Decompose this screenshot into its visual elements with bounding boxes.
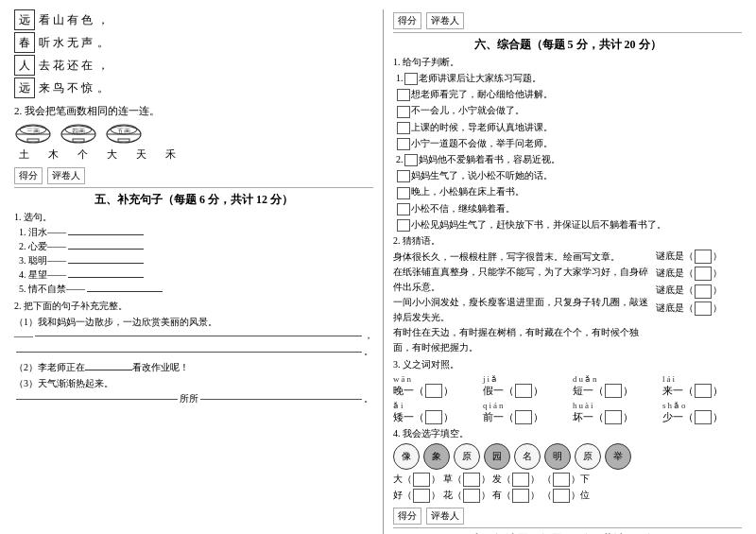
paren-1-5[interactable] [397,138,410,150]
pinyin-row-2: ǎi 矮一（） qián 前一（） huài 坏一（） shǎo [393,401,742,424]
chengyu-blank-2: 谜底是（） [656,267,742,281]
q2-blank3[interactable] [85,370,132,370]
blank-box-4[interactable] [695,301,712,316]
chengyu-text-2: 在纸张铺直真整身，只能学不能写，为了大家学习好，自身碎件出乐意。 [393,265,651,295]
blank-py-1-2[interactable] [515,384,532,398]
blank-py-2-2[interactable] [515,410,532,424]
q1-group1-item4: 上课的时候，导老师认真地讲课。 [393,120,742,134]
q2-blank1[interactable] [35,336,362,336]
q4-blank-2[interactable] [463,473,480,487]
py-1-3: duǎn [573,374,648,384]
paren-1-2[interactable] [397,89,410,101]
paren-2-5[interactable] [397,219,410,232]
blank-box-2[interactable] [695,267,712,281]
poem-punct-4: 。 [97,80,109,96]
q2-blank2[interactable] [16,352,362,353]
blank-py-2-1[interactable] [425,410,442,424]
q2-blank5[interactable] [200,399,362,400]
q4-blank-1[interactable] [413,473,430,487]
bubbles-row: 像 象 原 园 名 明 原 举 [393,443,742,470]
score-label-1: 得分 [14,167,43,184]
char-1-4: 来一（） [662,384,738,398]
char-1-3: 短一（） [573,384,648,398]
q1-group2-item4: 小松不信，继续躺着看。 [393,201,742,215]
q2-blank4[interactable] [16,399,178,400]
pinyin-item-2-3: huài 坏一（） [573,401,648,424]
q2-item1: （1）我和妈妈一边散步，一边欣赏美丽的风景。 —— ， 。 [14,316,373,358]
q1-group2-item3: 晚上，小松躺在床上看书。 [393,184,742,198]
poem-box-2: 春 [14,32,35,53]
poem-row-2: 春 听 水 无 声 。 [14,32,373,53]
fill-line-4[interactable] [68,277,144,278]
right-column: 得分 评卷人 六、综合题（每题 5 分，共计 20 分） 1. 给句子判断。 1… [383,9,742,534]
chengyu-blanks: 谜底是（） 谜底是（） 谜底是（） 谜底是（） [656,250,742,355]
pinyin-item-2-4: shǎo 少一（） [662,401,738,424]
content-area: 远 看 山 有 色 ， 春 听 水 无 声 。 人 去 花 还 在 ， 远 来 … [14,9,742,534]
chengyu-text-1: 身体很长久，一根根柱胖，写字很普末。绘画写文章。 [393,250,651,265]
poem-punct-3: ， [97,58,109,74]
py-1-2: jiǎ [483,374,558,384]
char-2-3: 坏一（） [573,410,648,424]
blank-box-3[interactable] [695,284,712,299]
blank-py-1-3[interactable] [605,384,622,398]
q4-blank-3[interactable] [512,473,529,487]
paren-2-3[interactable] [397,187,410,199]
q1-group2-item5: 小松见妈妈生气了，赶快放下书，并保证以后不躺着看书了。 [393,217,742,232]
poem-chars-4: 来 鸟 不 惊 [39,80,93,96]
fill-line-5[interactable] [87,291,163,292]
chengyu-blank-3: 谜底是（） [656,284,742,298]
poem-chars-1: 看 山 有 色 [39,12,93,28]
fill-line-2[interactable] [68,249,144,250]
paren-2-2[interactable] [397,170,410,182]
char-1-1: 晚一（） [393,384,469,398]
blank-box-1[interactable] [695,250,712,264]
poem-box-1: 远 [14,9,35,30]
poem-grid: 远 看 山 有 色 ， 春 听 水 无 声 。 人 去 花 还 在 ， 远 来 … [14,9,373,98]
py-1-4: lái [662,374,738,384]
q2-item2: （2）李老师正在看改作业呢！ [14,361,373,374]
paren-1-3[interactable] [397,106,410,118]
paren-1-1[interactable] [404,73,418,85]
bubble-5: 名 [514,443,541,470]
draw-section: 2. 我会把笔画数相同的连一连。 三画 [14,104,373,162]
q1-group1: 1.老师讲课后让大家练习写题。 想老师看完了，耐心细给他讲解。 不一会儿，小宁就… [393,71,742,150]
score-label-2: 得分 [393,12,421,29]
section5-q2-label: 2. 把下面的句子补充完整。 [14,300,373,313]
q1-group2-header: 2.妈妈他不爱躺着看书，容易近视。 [393,152,742,166]
pinyin-row-1: wān 晚一（） jiǎ 假一（） duǎn 短一（） lái [393,374,742,398]
poem-chars-3: 去 花 还 在 [39,58,93,74]
paren-1-4[interactable] [397,122,410,134]
chengyu-section: 身体很长久，一根根柱胖，写字很普末。绘画写文章。 在纸张铺直真整身，只能学不能写… [393,250,742,355]
chengyu-text-3: 一间小小洞发处，瘦长瘦客退进里面，只复身子转几圈，敲迷掉后发失光。 [393,295,651,325]
chengyu-blank-4: 谜底是（） [656,301,742,316]
left-column: 远 看 山 有 色 ， 春 听 水 无 声 。 人 去 花 还 在 ， 远 来 … [14,9,373,534]
q4-blank-7[interactable] [512,489,529,503]
blank-py-2-3[interactable] [605,410,622,424]
bowl-icon-1: 三画 [14,121,52,145]
section5-title: 五、补充句子（每题 6 分，共计 12 分） [14,192,373,208]
paren-2-4[interactable] [397,203,410,215]
blank-py-1-4[interactable] [695,384,712,398]
poem-row-3: 人 去 花 还 在 ， [14,55,373,76]
bubble-3: 原 [454,443,480,470]
poem-box-3: 人 [14,55,35,76]
connect-char-6: 禾 [165,147,176,162]
section6-q4-label: 4. 我会选字填空。 [393,427,742,440]
blank-py-2-4[interactable] [695,410,712,424]
pinyin-item-1-3: duǎn 短一（） [573,374,648,398]
q4-blank-4[interactable] [553,473,570,487]
q4-blank-5[interactable] [413,489,430,503]
fill-line-1[interactable] [68,234,144,235]
fill-line-3[interactable] [68,263,144,264]
reviewer-label-2: 评卷人 [426,12,464,29]
section6-q3-label: 3. 义之词对照。 [393,358,742,371]
svg-rect-3 [27,139,39,142]
blank-py-1-1[interactable] [425,384,442,398]
q2-item3: （3）天气渐渐热起来。 所所 。 [14,377,373,405]
q4-blank-6[interactable] [463,489,480,503]
q4-blank-8[interactable] [553,489,570,503]
section6-q2-label: 2. 猜猜语。 [393,234,742,248]
py-2-3: huài [573,401,648,410]
paren-2-1[interactable] [404,154,418,166]
draw-item-2: 四画 [60,121,97,145]
